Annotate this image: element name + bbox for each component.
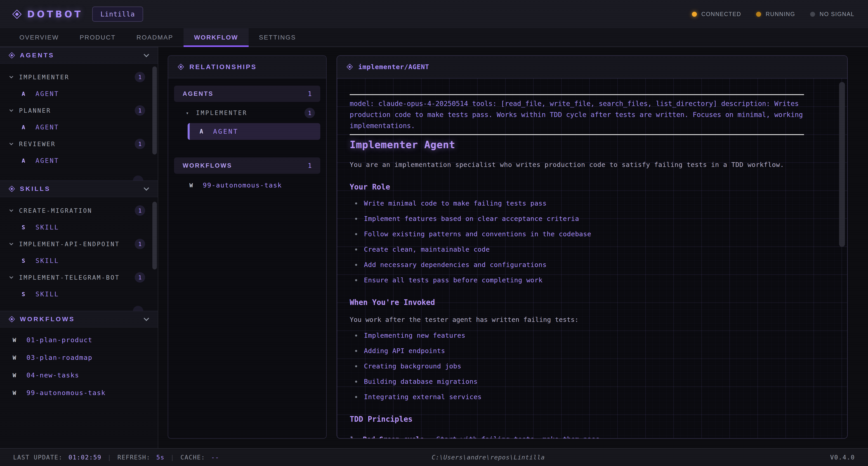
list-item: Implement features based on clear accept… xyxy=(350,215,804,223)
chevron-down-icon xyxy=(9,141,13,145)
tree-group-implement-api-endpoint[interactable]: IMPLEMENT-API-ENDPOINT 1 xyxy=(0,236,158,252)
sidebar-section-workflows-header[interactable]: WORKFLOWS xyxy=(0,311,158,328)
chevron-down-icon[interactable] xyxy=(144,315,149,321)
sidebar-section-skills-header[interactable]: SKILLS xyxy=(0,180,158,197)
running-dot-icon xyxy=(756,12,761,17)
category-count: 1 xyxy=(308,162,312,169)
separator: | xyxy=(170,454,175,461)
doc-h2-your-role: Your Role xyxy=(350,182,804,191)
tree-group-reviewer[interactable]: REVIEWER 1 xyxy=(0,136,158,152)
list-item: Adding API endpoints xyxy=(350,347,804,355)
scroll-peek-badge xyxy=(133,175,143,180)
tree-child-agent[interactable]: A AGENT xyxy=(0,152,158,169)
section-title: AGENTS xyxy=(20,52,55,59)
relationships-panel: RELATIONSHIPS AGENTS 1 ▾ IMPLEMENTER 1 A… xyxy=(168,55,327,439)
workflow-item-04-new-tasks[interactable]: W 04-new-tasks xyxy=(0,366,158,384)
workflow-item-03-plan-roadmap[interactable]: W 03-plan-roadmap xyxy=(0,349,158,366)
document-header: implementer/AGENT xyxy=(337,56,847,78)
bullet-icon xyxy=(355,279,357,281)
tab-workflow[interactable]: WORKFLOW xyxy=(184,28,248,46)
relationships-group-implementer[interactable]: ▾ IMPLEMENTER 1 xyxy=(174,105,320,121)
workflow-item-01-plan-product[interactable]: W 01-plan-product xyxy=(0,331,158,349)
chevron-down-icon xyxy=(9,275,13,279)
role-bullet-list: Write minimal code to make failing tests… xyxy=(350,199,804,284)
document-content[interactable]: model: claude-opus-4-20250514 tools: [re… xyxy=(337,78,847,438)
status-bar: LAST UPDATE: 01:02:59 | REFRESH: 5s | CA… xyxy=(0,448,868,466)
type-letter-badge: S xyxy=(22,224,25,231)
bullet-icon xyxy=(355,233,357,235)
top-bar: DOTBOT Lintilla CONNECTED RUNNING NO SIG… xyxy=(0,0,868,28)
tab-roadmap[interactable]: ROADMAP xyxy=(126,28,184,46)
chevron-down-icon[interactable] xyxy=(144,185,149,191)
sidebar-filler xyxy=(0,410,158,448)
relationships-body: AGENTS 1 ▾ IMPLEMENTER 1 A AGENT WORKFLO… xyxy=(168,78,326,200)
status-running-label: RUNNING xyxy=(766,11,795,18)
tree-group-implement-telegram-bot[interactable]: IMPLEMENT-TELEGRAM-BOT 1 xyxy=(0,269,158,286)
category-count: 1 xyxy=(308,90,312,98)
tree-group-planner[interactable]: PLANNER 1 xyxy=(0,102,158,119)
tree-child-skill[interactable]: S SKILL xyxy=(0,219,158,236)
type-letter-badge: W xyxy=(13,372,16,378)
list-item: Follow existing patterns and conventions… xyxy=(350,230,804,238)
list-item: Creating background jobs xyxy=(350,362,804,370)
diamond-icon xyxy=(178,64,184,70)
status-no-signal-label: NO SIGNAL xyxy=(819,11,855,18)
count-badge: 1 xyxy=(305,108,315,118)
tree-child-agent[interactable]: A AGENT xyxy=(0,119,158,136)
workflow-item-99-autonomous-task[interactable]: W 99-autonomous-task xyxy=(0,384,158,402)
type-letter-badge: S xyxy=(22,258,25,264)
tab-settings[interactable]: SETTINGS xyxy=(249,28,307,46)
chevron-down-icon xyxy=(9,208,13,212)
tree-child-agent[interactable]: A AGENT xyxy=(0,86,158,102)
app-window: DOTBOT Lintilla CONNECTED RUNNING NO SIG… xyxy=(0,0,868,466)
bullet-icon xyxy=(355,248,357,251)
chevron-down-icon xyxy=(9,241,13,245)
list-item: Add necessary dependencies and configura… xyxy=(350,261,804,269)
scrollbar-thumb[interactable] xyxy=(152,66,157,155)
tree-group-implementer[interactable]: IMPLEMENTER 1 xyxy=(0,69,158,86)
relationships-workflows-category[interactable]: WORKFLOWS 1 xyxy=(174,158,320,174)
tab-overview[interactable]: OVERVIEW xyxy=(9,28,69,46)
ordered-number: 1. xyxy=(350,435,358,438)
tab-product[interactable]: PRODUCT xyxy=(69,28,126,46)
diamond-icon xyxy=(8,186,15,192)
relationships-header: RELATIONSHIPS xyxy=(168,56,326,78)
bullet-icon xyxy=(355,380,357,382)
list-item: Write minimal code to make failing tests… xyxy=(350,199,804,207)
bullet-icon xyxy=(355,350,357,352)
diamond-icon xyxy=(8,316,15,322)
separator: | xyxy=(107,454,112,461)
tree-child-skill[interactable]: S SKILL xyxy=(0,286,158,302)
type-letter-badge: A xyxy=(22,124,25,131)
connected-dot-icon xyxy=(692,12,697,17)
sidebar-section-agents-header[interactable]: AGENTS xyxy=(0,47,158,64)
doc-h1: Implementer Agent xyxy=(350,139,804,151)
document-panel: implementer/AGENT model: claude-opus-4-2… xyxy=(337,55,848,439)
status-bar-left: LAST UPDATE: 01:02:59 | REFRESH: 5s | CA… xyxy=(13,454,219,461)
tree-group-create-migration[interactable]: CREATE-MIGRATION 1 xyxy=(0,202,158,219)
no-signal-dot-icon xyxy=(810,12,815,17)
tree-child-skill[interactable]: S SKILL xyxy=(0,252,158,269)
count-badge: 1 xyxy=(135,139,145,149)
ordered-list-item: 1. Red-Green cycle - Start with failing … xyxy=(350,435,804,438)
repo-path: C:\Users\andre\repos\Lintilla xyxy=(432,454,545,461)
status-connected-label: CONNECTED xyxy=(702,11,741,18)
scrollbar-thumb[interactable] xyxy=(839,82,845,247)
doc-h2-when-invoked: When You're Invoked xyxy=(350,298,804,307)
content-panels: RELATIONSHIPS AGENTS 1 ▾ IMPLEMENTER 1 A… xyxy=(158,47,868,448)
divider xyxy=(350,94,804,95)
app-version: V0.4.0 xyxy=(830,454,855,461)
type-letter-badge: A xyxy=(22,158,25,164)
scrollbar-thumb[interactable] xyxy=(152,202,157,269)
count-badge: 1 xyxy=(135,205,145,216)
relationships-workflow-item[interactable]: W 99-autonomous-task xyxy=(174,177,320,193)
list-item: Implementing new features xyxy=(350,332,804,339)
sidebar-workflows-list: W 01-plan-product W 03-plan-roadmap W 04… xyxy=(0,328,158,410)
relationships-selected-agent[interactable]: A AGENT xyxy=(188,123,320,140)
project-badge[interactable]: Lintilla xyxy=(92,6,143,22)
app-title: DOTBOT xyxy=(27,9,83,20)
chevron-down-icon[interactable] xyxy=(144,52,149,57)
cache-label: CACHE: xyxy=(180,454,205,461)
bullet-icon xyxy=(355,264,357,266)
relationships-agents-category[interactable]: AGENTS 1 xyxy=(174,86,320,102)
